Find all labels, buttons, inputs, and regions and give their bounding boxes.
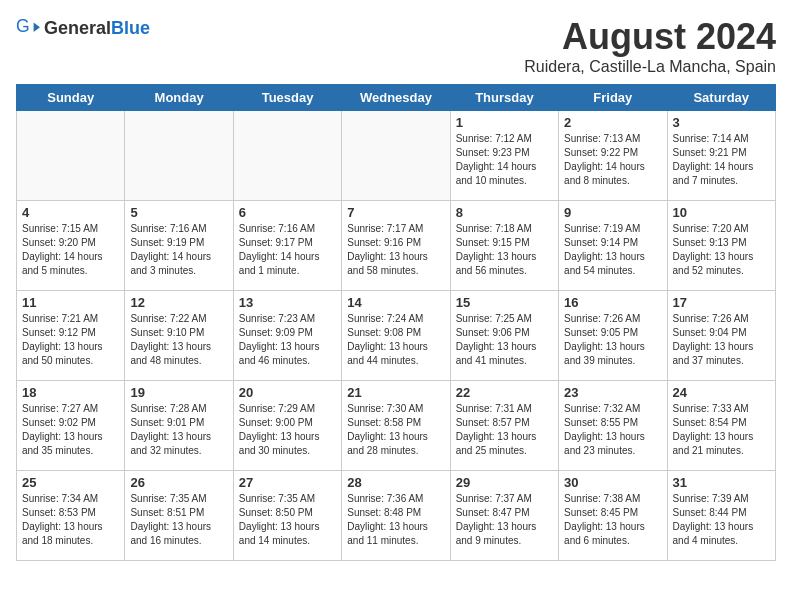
calendar-body: 1Sunrise: 7:12 AM Sunset: 9:23 PM Daylig…: [17, 111, 776, 561]
calendar-title: August 2024: [524, 16, 776, 58]
day-header-wednesday: Wednesday: [342, 85, 450, 111]
day-info: Sunrise: 7:36 AM Sunset: 8:48 PM Dayligh…: [347, 492, 444, 548]
day-number: 19: [130, 385, 227, 400]
calendar-cell: 2Sunrise: 7:13 AM Sunset: 9:22 PM Daylig…: [559, 111, 667, 201]
day-info: Sunrise: 7:17 AM Sunset: 9:16 PM Dayligh…: [347, 222, 444, 278]
day-info: Sunrise: 7:13 AM Sunset: 9:22 PM Dayligh…: [564, 132, 661, 188]
calendar-cell: 28Sunrise: 7:36 AM Sunset: 8:48 PM Dayli…: [342, 471, 450, 561]
day-info: Sunrise: 7:28 AM Sunset: 9:01 PM Dayligh…: [130, 402, 227, 458]
svg-text:G: G: [16, 16, 30, 36]
logo: G GeneralBlue: [16, 16, 150, 40]
day-info: Sunrise: 7:35 AM Sunset: 8:50 PM Dayligh…: [239, 492, 336, 548]
day-number: 14: [347, 295, 444, 310]
day-info: Sunrise: 7:32 AM Sunset: 8:55 PM Dayligh…: [564, 402, 661, 458]
calendar-cell: 1Sunrise: 7:12 AM Sunset: 9:23 PM Daylig…: [450, 111, 558, 201]
day-info: Sunrise: 7:27 AM Sunset: 9:02 PM Dayligh…: [22, 402, 119, 458]
logo-text-blue: Blue: [111, 18, 150, 38]
calendar-cell: 22Sunrise: 7:31 AM Sunset: 8:57 PM Dayli…: [450, 381, 558, 471]
day-info: Sunrise: 7:24 AM Sunset: 9:08 PM Dayligh…: [347, 312, 444, 368]
day-info: Sunrise: 7:20 AM Sunset: 9:13 PM Dayligh…: [673, 222, 770, 278]
calendar-week-2: 4Sunrise: 7:15 AM Sunset: 9:20 PM Daylig…: [17, 201, 776, 291]
calendar-cell: 16Sunrise: 7:26 AM Sunset: 9:05 PM Dayli…: [559, 291, 667, 381]
day-number: 9: [564, 205, 661, 220]
calendar-cell: 9Sunrise: 7:19 AM Sunset: 9:14 PM Daylig…: [559, 201, 667, 291]
calendar-cell: 19Sunrise: 7:28 AM Sunset: 9:01 PM Dayli…: [125, 381, 233, 471]
day-info: Sunrise: 7:34 AM Sunset: 8:53 PM Dayligh…: [22, 492, 119, 548]
day-info: Sunrise: 7:21 AM Sunset: 9:12 PM Dayligh…: [22, 312, 119, 368]
day-number: 2: [564, 115, 661, 130]
calendar-cell: [233, 111, 341, 201]
day-info: Sunrise: 7:35 AM Sunset: 8:51 PM Dayligh…: [130, 492, 227, 548]
calendar-table: SundayMondayTuesdayWednesdayThursdayFrid…: [16, 84, 776, 561]
day-number: 21: [347, 385, 444, 400]
day-number: 18: [22, 385, 119, 400]
calendar-cell: 20Sunrise: 7:29 AM Sunset: 9:00 PM Dayli…: [233, 381, 341, 471]
day-info: Sunrise: 7:31 AM Sunset: 8:57 PM Dayligh…: [456, 402, 553, 458]
day-info: Sunrise: 7:33 AM Sunset: 8:54 PM Dayligh…: [673, 402, 770, 458]
calendar-cell: 26Sunrise: 7:35 AM Sunset: 8:51 PM Dayli…: [125, 471, 233, 561]
day-number: 29: [456, 475, 553, 490]
title-section: August 2024 Ruidera, Castille-La Mancha,…: [524, 16, 776, 76]
calendar-cell: [125, 111, 233, 201]
calendar-cell: 15Sunrise: 7:25 AM Sunset: 9:06 PM Dayli…: [450, 291, 558, 381]
calendar-header: SundayMondayTuesdayWednesdayThursdayFrid…: [17, 85, 776, 111]
day-info: Sunrise: 7:18 AM Sunset: 9:15 PM Dayligh…: [456, 222, 553, 278]
day-header-saturday: Saturday: [667, 85, 775, 111]
calendar-week-4: 18Sunrise: 7:27 AM Sunset: 9:02 PM Dayli…: [17, 381, 776, 471]
calendar-cell: 29Sunrise: 7:37 AM Sunset: 8:47 PM Dayli…: [450, 471, 558, 561]
calendar-cell: 23Sunrise: 7:32 AM Sunset: 8:55 PM Dayli…: [559, 381, 667, 471]
day-number: 13: [239, 295, 336, 310]
calendar-cell: 31Sunrise: 7:39 AM Sunset: 8:44 PM Dayli…: [667, 471, 775, 561]
day-info: Sunrise: 7:22 AM Sunset: 9:10 PM Dayligh…: [130, 312, 227, 368]
calendar-cell: 5Sunrise: 7:16 AM Sunset: 9:19 PM Daylig…: [125, 201, 233, 291]
day-info: Sunrise: 7:15 AM Sunset: 9:20 PM Dayligh…: [22, 222, 119, 278]
day-info: Sunrise: 7:26 AM Sunset: 9:04 PM Dayligh…: [673, 312, 770, 368]
calendar-cell: 7Sunrise: 7:17 AM Sunset: 9:16 PM Daylig…: [342, 201, 450, 291]
day-info: Sunrise: 7:16 AM Sunset: 9:19 PM Dayligh…: [130, 222, 227, 278]
day-number: 6: [239, 205, 336, 220]
calendar-cell: 13Sunrise: 7:23 AM Sunset: 9:09 PM Dayli…: [233, 291, 341, 381]
day-number: 31: [673, 475, 770, 490]
day-header-monday: Monday: [125, 85, 233, 111]
day-number: 3: [673, 115, 770, 130]
day-number: 23: [564, 385, 661, 400]
calendar-week-5: 25Sunrise: 7:34 AM Sunset: 8:53 PM Dayli…: [17, 471, 776, 561]
calendar-cell: 17Sunrise: 7:26 AM Sunset: 9:04 PM Dayli…: [667, 291, 775, 381]
day-number: 12: [130, 295, 227, 310]
day-info: Sunrise: 7:29 AM Sunset: 9:00 PM Dayligh…: [239, 402, 336, 458]
calendar-subtitle: Ruidera, Castille-La Mancha, Spain: [524, 58, 776, 76]
day-info: Sunrise: 7:26 AM Sunset: 9:05 PM Dayligh…: [564, 312, 661, 368]
day-info: Sunrise: 7:19 AM Sunset: 9:14 PM Dayligh…: [564, 222, 661, 278]
day-info: Sunrise: 7:14 AM Sunset: 9:21 PM Dayligh…: [673, 132, 770, 188]
calendar-cell: 30Sunrise: 7:38 AM Sunset: 8:45 PM Dayli…: [559, 471, 667, 561]
calendar-cell: 10Sunrise: 7:20 AM Sunset: 9:13 PM Dayli…: [667, 201, 775, 291]
day-header-friday: Friday: [559, 85, 667, 111]
day-number: 4: [22, 205, 119, 220]
day-number: 25: [22, 475, 119, 490]
calendar-cell: 25Sunrise: 7:34 AM Sunset: 8:53 PM Dayli…: [17, 471, 125, 561]
day-info: Sunrise: 7:39 AM Sunset: 8:44 PM Dayligh…: [673, 492, 770, 548]
calendar-cell: 8Sunrise: 7:18 AM Sunset: 9:15 PM Daylig…: [450, 201, 558, 291]
logo-text-general: General: [44, 18, 111, 38]
day-info: Sunrise: 7:12 AM Sunset: 9:23 PM Dayligh…: [456, 132, 553, 188]
day-number: 26: [130, 475, 227, 490]
svg-marker-1: [34, 22, 40, 32]
calendar-cell: 14Sunrise: 7:24 AM Sunset: 9:08 PM Dayli…: [342, 291, 450, 381]
day-number: 24: [673, 385, 770, 400]
day-number: 11: [22, 295, 119, 310]
calendar-cell: [342, 111, 450, 201]
calendar-cell: 24Sunrise: 7:33 AM Sunset: 8:54 PM Dayli…: [667, 381, 775, 471]
day-info: Sunrise: 7:37 AM Sunset: 8:47 PM Dayligh…: [456, 492, 553, 548]
day-header-sunday: Sunday: [17, 85, 125, 111]
calendar-cell: 3Sunrise: 7:14 AM Sunset: 9:21 PM Daylig…: [667, 111, 775, 201]
calendar-cell: 27Sunrise: 7:35 AM Sunset: 8:50 PM Dayli…: [233, 471, 341, 561]
day-number: 27: [239, 475, 336, 490]
day-info: Sunrise: 7:23 AM Sunset: 9:09 PM Dayligh…: [239, 312, 336, 368]
day-number: 10: [673, 205, 770, 220]
calendar-cell: [17, 111, 125, 201]
calendar-cell: 6Sunrise: 7:16 AM Sunset: 9:17 PM Daylig…: [233, 201, 341, 291]
day-number: 17: [673, 295, 770, 310]
page-header: G GeneralBlue August 2024 Ruidera, Casti…: [16, 16, 776, 76]
day-number: 15: [456, 295, 553, 310]
day-number: 16: [564, 295, 661, 310]
